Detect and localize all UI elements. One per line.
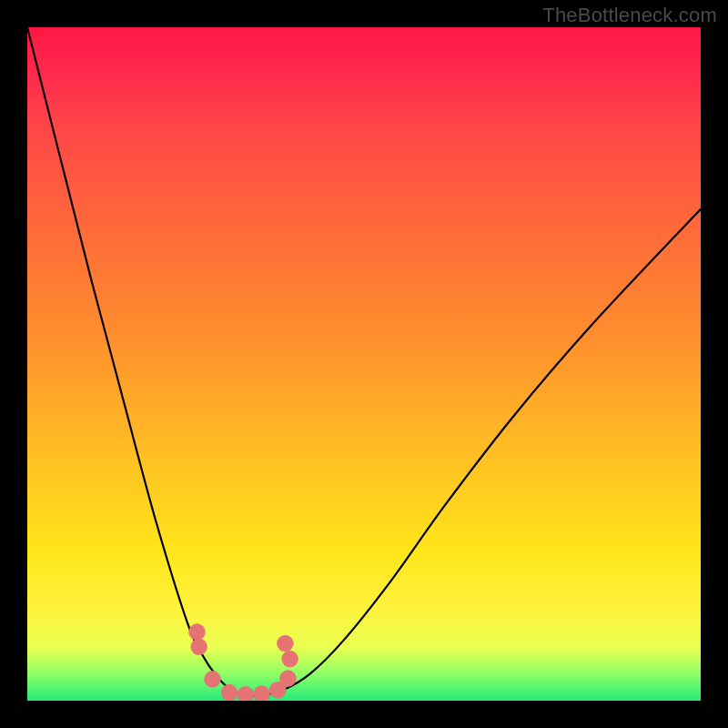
marker-dot xyxy=(254,686,270,701)
watermark-text: TheBottleneck.com xyxy=(542,4,717,27)
marker-dot xyxy=(205,671,221,687)
plot-area xyxy=(27,27,701,701)
marker-dot xyxy=(191,639,207,655)
marker-dot xyxy=(189,624,206,641)
marker-dot xyxy=(238,686,254,701)
outer-frame: TheBottleneck.com xyxy=(0,0,728,728)
marker-dot xyxy=(279,671,296,687)
marker-dot xyxy=(221,684,238,701)
curve-layer xyxy=(27,27,701,701)
marker-dot xyxy=(282,651,298,667)
bottleneck-curve xyxy=(27,27,701,696)
marker-cluster xyxy=(189,624,298,702)
marker-dot xyxy=(277,635,293,652)
